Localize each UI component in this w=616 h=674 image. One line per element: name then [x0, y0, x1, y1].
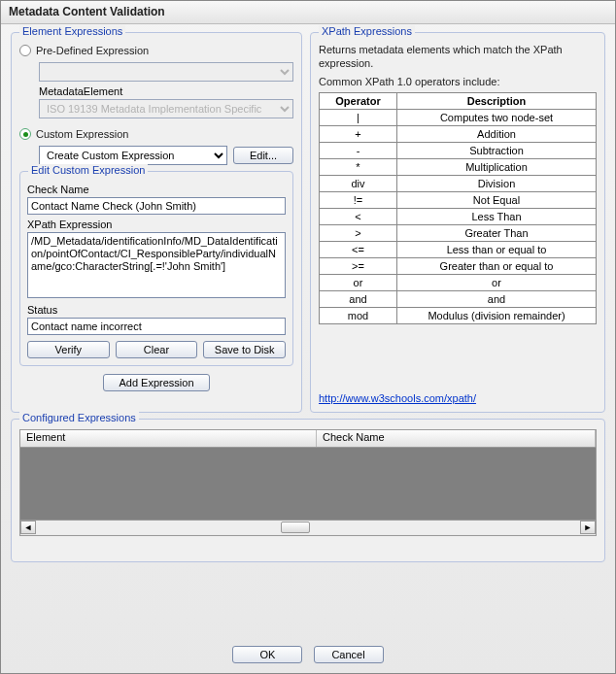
description-cell: Not Equal [397, 191, 597, 208]
xpath-link[interactable]: http://www.w3schools.com/xpath/ [319, 392, 476, 404]
predefined-radio-row[interactable]: Pre-Defined Expression [19, 45, 293, 56]
operator-cell: > [320, 224, 397, 241]
edit-button[interactable]: Edit... [233, 147, 293, 164]
operator-cell: < [320, 208, 397, 224]
table-row: >=Greater than or equal to [320, 257, 597, 274]
operators-th-description: Description [397, 92, 597, 109]
xpath-subhead: Common XPath 1.0 operators include: [319, 75, 597, 88]
custom-radio-row[interactable]: Custom Expression [19, 128, 293, 140]
operator-cell: >= [320, 257, 397, 274]
description-cell: Greater Than [397, 224, 597, 241]
dialog-window: Metadata Content Validation Element Expr… [0, 0, 616, 674]
check-name-label: Check Name [27, 184, 286, 195]
xpath-expression-textarea[interactable]: /MD_Metadata/identificationInfo/MD_DataI… [27, 232, 286, 298]
clear-button[interactable]: Clear [116, 341, 198, 358]
operator-cell: or [320, 274, 397, 290]
table-row: andand [320, 290, 597, 307]
add-expression-button[interactable]: Add Expression [103, 374, 210, 391]
table-row: -Subtraction [320, 142, 597, 158]
operator-cell: - [320, 142, 397, 158]
operator-cell: + [320, 125, 397, 142]
table-row: modModulus (division remainder) [320, 307, 597, 323]
element-expressions-legend: Element Expressions [19, 25, 125, 37]
description-cell: and [397, 290, 597, 307]
description-cell: Greater than or equal to [397, 257, 597, 274]
custom-label: Custom Expression [36, 128, 128, 140]
table-row: +Addition [320, 125, 597, 142]
table-row: <Less Than [320, 208, 597, 224]
xpath-expressions-group: XPath Expressions Returns metadata eleme… [310, 32, 605, 413]
verify-button[interactable]: Verify [27, 341, 110, 358]
cancel-button[interactable]: Cancel [314, 646, 384, 663]
configured-col-element[interactable]: Element [20, 430, 317, 447]
edit-button-row: Verify Clear Save to Disk [27, 341, 286, 358]
xpath-expressions-legend: XPath Expressions [319, 25, 415, 37]
operator-cell: div [320, 175, 397, 191]
custom-radio[interactable] [19, 128, 31, 140]
operator-cell: mod [320, 307, 397, 323]
predefined-sub: MetadataElement ISO 19139 Metadata Imple… [39, 62, 293, 118]
description-cell: Subtraction [397, 142, 597, 158]
description-cell: Less than or equal to [397, 241, 597, 257]
window-title: Metadata Content Validation [9, 5, 165, 18]
operator-cell: * [320, 158, 397, 175]
table-row: *Multiplication [320, 158, 597, 175]
description-cell: Less Than [397, 208, 597, 224]
content-area: Element Expressions Pre-Defined Expressi… [1, 24, 615, 638]
configured-hscrollbar[interactable]: ◄ ► [20, 520, 596, 535]
scroll-left-button[interactable]: ◄ [20, 521, 36, 534]
custom-expression-row: Create Custom Expression Edit... [39, 146, 293, 165]
ok-button[interactable]: OK [232, 646, 302, 663]
operator-cell: and [320, 290, 397, 307]
xpath-link-row: http://www.w3schools.com/xpath/ [319, 392, 597, 404]
check-name-input[interactable] [27, 197, 286, 215]
description-cell: Computes two node-set [397, 109, 597, 125]
predefined-radio[interactable] [19, 45, 31, 56]
save-to-disk-button[interactable]: Save to Disk [203, 341, 286, 358]
scroll-right-button[interactable]: ► [580, 521, 596, 534]
edit-custom-legend: Edit Custom Expression [28, 164, 148, 176]
custom-expression-dropdown[interactable]: Create Custom Expression [39, 146, 227, 165]
status-input[interactable] [27, 318, 286, 335]
configured-legend: Configured Expressions [19, 412, 139, 423]
table-row: |Computes two node-set [320, 109, 597, 125]
top-row: Element Expressions Pre-Defined Expressi… [11, 32, 605, 413]
description-cell: Multiplication [397, 158, 597, 175]
table-row: !=Not Equal [320, 191, 597, 208]
xpath-expression-label: XPath Expression [27, 219, 286, 230]
configured-header: Element Check Name [20, 430, 596, 448]
footer: OK Cancel [1, 638, 615, 673]
table-row: divDivision [320, 175, 597, 191]
operator-cell: | [320, 109, 397, 125]
configured-expressions-group: Configured Expressions Element Check Nam… [11, 419, 605, 562]
description-cell: Modulus (division remainder) [397, 307, 597, 323]
operators-th-operator: Operator [320, 92, 397, 109]
description-cell: Addition [397, 125, 597, 142]
metadata-element-label: MetadataElement [39, 85, 293, 97]
scroll-track[interactable] [36, 521, 580, 534]
edit-custom-group: Edit Custom Expression Check Name XPath … [19, 171, 293, 366]
xpath-desc: Returns metadata elements which match th… [319, 43, 597, 71]
description-cell: Division [397, 175, 597, 191]
element-expressions-group: Element Expressions Pre-Defined Expressi… [11, 32, 302, 413]
predefined-dropdown [39, 62, 293, 82]
table-row: <=Less than or equal to [320, 241, 597, 257]
configured-col-checkname[interactable]: Check Name [317, 430, 596, 447]
table-row: oror [320, 274, 597, 290]
table-row: >Greater Than [320, 224, 597, 241]
scroll-thumb[interactable] [281, 522, 310, 533]
add-expression-row: Add Expression [19, 374, 293, 391]
configured-body[interactable] [20, 448, 596, 520]
operator-cell: <= [320, 241, 397, 257]
status-label: Status [27, 304, 286, 316]
predefined-label: Pre-Defined Expression [36, 45, 149, 56]
configured-table: Element Check Name ◄ ► [19, 429, 597, 536]
metadata-element-dropdown: ISO 19139 Metadata Implementation Specif… [39, 99, 293, 118]
operators-table: Operator Description |Computes two node-… [319, 92, 597, 324]
description-cell: or [397, 274, 597, 290]
operator-cell: != [320, 191, 397, 208]
title-bar: Metadata Content Validation [1, 1, 615, 24]
